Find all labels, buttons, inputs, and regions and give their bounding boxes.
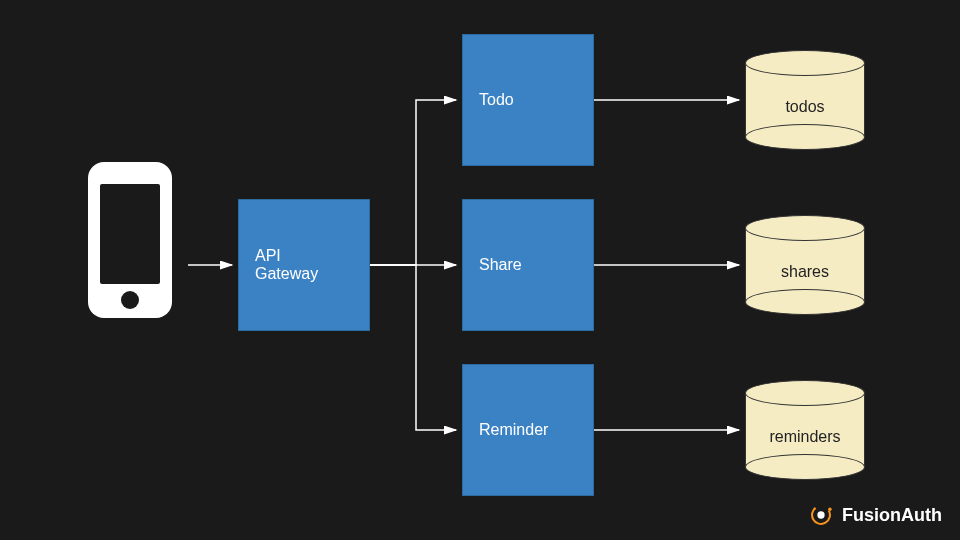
todo-service-node: Todo bbox=[462, 34, 594, 166]
fusionauth-logo-icon bbox=[808, 502, 834, 528]
shares-datastore: shares bbox=[745, 215, 865, 315]
architecture-diagram: API Gateway Todo Share Reminder todos sh… bbox=[0, 0, 960, 540]
api-gateway-node: API Gateway bbox=[238, 199, 370, 331]
reminders-datastore: reminders bbox=[745, 380, 865, 480]
fusionauth-logo: FusionAuth bbox=[808, 502, 942, 528]
svg-point-10 bbox=[828, 508, 832, 512]
api-gateway-label: API Gateway bbox=[255, 247, 318, 283]
todos-datastore: todos bbox=[745, 50, 865, 150]
reminders-label: reminders bbox=[745, 428, 865, 446]
svg-point-9 bbox=[817, 511, 824, 518]
reminder-service-node: Reminder bbox=[462, 364, 594, 496]
mobile-client-icon bbox=[80, 160, 180, 324]
svg-point-2 bbox=[121, 291, 139, 309]
share-label: Share bbox=[479, 256, 522, 274]
share-service-node: Share bbox=[462, 199, 594, 331]
todos-label: todos bbox=[745, 98, 865, 116]
shares-label: shares bbox=[745, 263, 865, 281]
todo-label: Todo bbox=[479, 91, 514, 109]
reminder-label: Reminder bbox=[479, 421, 548, 439]
svg-rect-1 bbox=[100, 184, 160, 284]
fusionauth-logo-text: FusionAuth bbox=[842, 505, 942, 526]
